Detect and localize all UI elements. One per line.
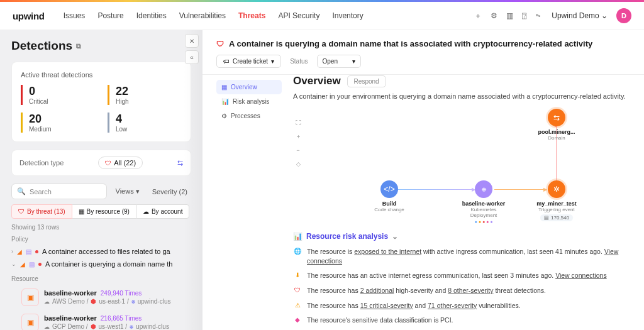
zoom-out-icon[interactable]: − bbox=[293, 145, 303, 155]
create-ticket-button[interactable]: 🏷Create ticket ▾ bbox=[216, 55, 281, 68]
risk-item: 🌐The resource is exposed to the internet… bbox=[293, 247, 630, 265]
filter-label: Detection type bbox=[19, 159, 64, 167]
risk-link[interactable]: 8 other-severity bbox=[448, 287, 493, 294]
risk-icon: ◆ bbox=[293, 316, 302, 324]
views-button[interactable]: Views ▾ bbox=[112, 185, 143, 198]
risk-link[interactable]: 71 other-severity bbox=[428, 302, 477, 309]
risk-item: 🛡The resource has 2 additional high-seve… bbox=[293, 286, 630, 295]
sidenav-risk-analysis[interactable]: 📊Risk analysis bbox=[216, 94, 282, 109]
policy-row[interactable]: › ◢ ▤ A container accessed to files rela… bbox=[11, 245, 191, 258]
page-title: Detections ⧉ bbox=[11, 39, 191, 53]
zoom-in-icon[interactable]: ＋ bbox=[293, 131, 303, 141]
nav-tab-vulnerabilities[interactable]: Vulnerabilities bbox=[179, 9, 226, 23]
resource-heading: Resource bbox=[11, 275, 191, 282]
tab-by-threat[interactable]: 🛡By threat (13) bbox=[11, 204, 72, 219]
help-icon[interactable]: ⍰ bbox=[522, 11, 526, 20]
avatar[interactable]: D bbox=[616, 8, 631, 23]
severity-filter[interactable]: Severity (2) bbox=[148, 185, 191, 198]
risk-icon: 🛡 bbox=[293, 286, 302, 295]
nav-tab-api-security[interactable]: API Security bbox=[278, 9, 319, 23]
tab-by-account[interactable]: ☁By account bbox=[136, 204, 189, 219]
risk-analysis-heading[interactable]: 📊Resource risk analysis ⌄ bbox=[293, 232, 630, 241]
workspace-selector[interactable]: Upwind Demo ⌄ bbox=[552, 11, 608, 20]
nav-tab-posture[interactable]: Posture bbox=[97, 9, 123, 23]
topology-graph: ⛶ ＋ − ◇ ▲ ▶ ▶ ⇆ pool.minerg... Domain bbox=[293, 109, 630, 222]
node-build[interactable]: </> bbox=[380, 180, 398, 198]
risk-link[interactable]: 2 additional bbox=[360, 287, 394, 294]
ticket-icon: 🏷 bbox=[223, 58, 230, 65]
risk-icon: ⚠ bbox=[293, 301, 302, 310]
node-trigger[interactable]: ✲ bbox=[548, 180, 565, 198]
stat-high: 22High bbox=[108, 85, 182, 105]
risk-icon: 🌐 bbox=[293, 247, 302, 256]
close-panel-icon[interactable]: ✕ bbox=[185, 34, 199, 48]
cloud-icon: ☁ bbox=[143, 208, 149, 215]
settings-icon[interactable]: ⚙ bbox=[491, 11, 497, 20]
shield-icon: 🛡 bbox=[105, 160, 111, 167]
page-icon: ▤ bbox=[26, 248, 31, 255]
stats-card: Active threat detections 0Critical 22Hig… bbox=[11, 62, 191, 142]
tab-by-resource[interactable]: ▦By resource (9) bbox=[72, 204, 136, 219]
risk-icon: ⬇ bbox=[293, 271, 302, 280]
stat-low: 4Low bbox=[108, 113, 182, 133]
page-icon: ▤ bbox=[29, 261, 35, 268]
detail-panel: 🛡A container is querying a domain name t… bbox=[203, 30, 644, 330]
shield-icon: 🛡 bbox=[18, 208, 25, 215]
severity-dot bbox=[38, 263, 42, 266]
nav-tab-identities[interactable]: Identities bbox=[136, 9, 167, 23]
container-icon: ▣ bbox=[21, 289, 39, 306]
run-icon[interactable]: ᯓ bbox=[535, 11, 543, 20]
recenter-icon[interactable]: ◇ bbox=[293, 159, 303, 169]
showing-count: Showing 13 rows bbox=[11, 224, 191, 231]
node-deployment[interactable]: ⎈ bbox=[475, 180, 492, 198]
status-label: Status bbox=[290, 58, 308, 65]
signal-icon: ◢ bbox=[17, 248, 22, 255]
threat-title: 🛡A container is querying a domain name t… bbox=[216, 39, 630, 48]
severity-dot bbox=[35, 250, 38, 253]
stat-medium: 20Medium bbox=[21, 113, 95, 133]
panel-icon[interactable]: ▥ bbox=[506, 11, 513, 20]
risk-item: ⬇The resource has an active internet egr… bbox=[293, 271, 630, 280]
search-icon: 🔍 bbox=[17, 187, 26, 195]
search-input[interactable]: 🔍Search bbox=[11, 184, 107, 199]
chevron-down-icon: ⌄ bbox=[392, 232, 398, 241]
resource-row[interactable]: ▣baseline-worker249,940 Times☁ AWS Demo … bbox=[11, 285, 191, 310]
policy-row[interactable]: ⌄ ◢ ▤ A container is querying a domain n… bbox=[11, 258, 191, 270]
threat-description: A container in your environment is query… bbox=[293, 92, 630, 100]
grid-icon: ▦ bbox=[79, 208, 84, 215]
sidenav-processes[interactable]: ⚙Processes bbox=[216, 109, 282, 123]
expand-icon[interactable]: ⌄ bbox=[11, 261, 16, 267]
swap-icon[interactable]: ⇆ bbox=[177, 159, 183, 167]
container-icon: ▣ bbox=[21, 314, 39, 330]
filter-pill[interactable]: 🛡All (22) bbox=[98, 157, 143, 169]
resource-row[interactable]: ▣baseline-worker216,665 Times☁ GCP Demo … bbox=[11, 310, 191, 330]
external-link-icon[interactable]: ⧉ bbox=[76, 42, 81, 50]
expand-icon[interactable]: › bbox=[11, 248, 13, 255]
stat-critical: 0Critical bbox=[21, 85, 95, 105]
signal-icon: ◢ bbox=[20, 261, 25, 268]
logo: upwind bbox=[13, 11, 45, 21]
risk-item: ◆The resource's sensitive data classific… bbox=[293, 316, 630, 325]
nav-tab-threats[interactable]: Threats bbox=[238, 9, 265, 23]
nav-tab-inventory[interactable]: Inventory bbox=[332, 9, 363, 23]
add-icon[interactable]: ＋ bbox=[474, 11, 482, 21]
shield-icon: 🛡 bbox=[216, 40, 224, 48]
risk-item: ⚠The resource has 15 critical-severity a… bbox=[293, 301, 630, 311]
risk-link[interactable]: View connections bbox=[555, 272, 607, 279]
risk-link[interactable]: exposed to the internet bbox=[354, 248, 421, 255]
bars-icon: 📊 bbox=[293, 232, 303, 241]
respond-button[interactable]: Respond bbox=[347, 75, 386, 87]
fullscreen-icon[interactable]: ⛶ bbox=[293, 118, 303, 128]
nav-tab-issues[interactable]: Issues bbox=[64, 9, 86, 23]
risk-link[interactable]: 15 critical-severity bbox=[360, 302, 413, 309]
status-select[interactable]: Open ▾ bbox=[317, 55, 361, 68]
sidenav-overview[interactable]: ▦Overview bbox=[216, 80, 282, 94]
policy-heading: Policy bbox=[11, 236, 191, 243]
left-panel: ✕ « Detections ⧉ Active threat detection… bbox=[0, 30, 203, 330]
overview-heading: Overview bbox=[293, 75, 341, 87]
collapse-panel-icon[interactable]: « bbox=[185, 50, 199, 64]
node-domain[interactable]: ⇆ bbox=[548, 109, 565, 126]
